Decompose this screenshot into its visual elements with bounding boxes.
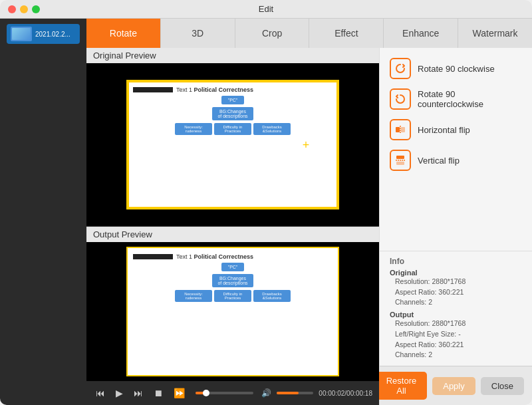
output-slide-box-necessity: Necessity: rudeness	[175, 290, 212, 302]
rotate-cw-label: Rotate 90 clockwise	[418, 64, 495, 74]
restore-all-button[interactable]: Restore All	[376, 372, 428, 400]
flip-v-label: Vertical flip	[418, 156, 460, 166]
slide-black-bar	[133, 87, 173, 92]
tab-rotate[interactable]: Rotate	[86, 19, 161, 48]
info-title: Info	[390, 257, 522, 266]
slide-box-bg: BG:Changes of descriptions	[212, 107, 253, 120]
svg-rect-0	[396, 127, 400, 132]
apply-button[interactable]: Apply	[432, 377, 475, 395]
slide-box-necessity: Necessity: rudeness	[175, 123, 212, 135]
output-slide-title-text: Text 1 Political Correctness	[176, 253, 253, 260]
original-channels: Channels: 2	[390, 297, 522, 308]
output-preview-section: Output Preview Text 1 Political Correctn…	[86, 227, 379, 405]
output-info-label: Output	[390, 311, 522, 319]
progress-thumb	[203, 390, 209, 396]
volume-icon: 🔊	[261, 388, 271, 398]
window-title: Edit	[259, 4, 273, 14]
output-aspect: Aspect Ratio: 360:221	[390, 340, 522, 350]
flip-v-icon	[390, 150, 411, 171]
file-name-label: 2021.02.2...	[35, 31, 70, 38]
flip-h-label: Horizontal flip	[418, 125, 470, 135]
output-slide-boxes: "PC" BG:Changes of descriptions Necessit…	[133, 263, 332, 302]
original-aspect: Aspect Ratio: 360:221	[390, 287, 522, 298]
output-preview-label: Output Preview	[86, 227, 379, 242]
tab-effect[interactable]: Effect	[309, 19, 384, 48]
close-button[interactable]	[8, 5, 16, 13]
tab-watermark[interactable]: Watermark	[458, 19, 532, 48]
slide-boxes: "PC" BG:Changes of descriptions Necessit…	[133, 96, 332, 135]
progress-bar[interactable]	[196, 392, 253, 394]
output-eye-size: Left/Right Eye Size: -	[390, 329, 522, 340]
original-resolution: Resolution: 2880*1768	[390, 277, 522, 287]
output-slide-frame: Text 1 Political Correctness "PC" BG:Cha…	[126, 247, 339, 376]
slide-box-drawbacks: Drawbacks &Solutions	[253, 123, 291, 135]
tab-bar: Rotate 3D Crop Effect Enhance Watermark	[86, 19, 532, 48]
output-slide-box-difficulty: Difficulty in Practices	[214, 290, 251, 302]
slide-title-text: Text 1 Political Correctness	[176, 86, 253, 93]
original-preview-label: Original Preview	[86, 48, 379, 63]
crosshair-icon: +	[303, 138, 310, 152]
sidebar-file-item[interactable]: 2021.02.2...	[7, 24, 80, 44]
svg-rect-4	[396, 162, 404, 165]
info-section: Info Original Resolution: 2880*1768 Aspe…	[380, 251, 532, 366]
output-slide-box-drawbacks: Drawbacks &Solutions	[253, 290, 291, 302]
output-slide-title-bar: Text 1 Political Correctness	[133, 253, 332, 260]
skip-back-button[interactable]: ⏮	[93, 386, 108, 400]
content-area: Rotate 3D Crop Effect Enhance Watermark …	[86, 19, 532, 405]
slide-boxes-row: Necessity: rudeness Difficulty in Practi…	[175, 123, 291, 135]
tab-crop[interactable]: Crop	[235, 19, 310, 48]
title-bar: Edit	[0, 0, 532, 19]
workspace: Original Preview Text 1 Political Correc…	[86, 48, 532, 405]
traffic-lights	[8, 5, 40, 13]
rotate-cw-item[interactable]: Rotate 90 clockwise	[390, 58, 522, 79]
rotate-cw-icon	[390, 58, 411, 79]
minimize-button[interactable]	[20, 5, 28, 13]
volume-bar[interactable]	[277, 392, 313, 394]
control-bar: ⏮ ▶ ⏭ ⏹ ⏩ 🔊 00:00:02/00:00:18	[86, 381, 379, 405]
main-container: 2021.02.2... Rotate 3D Crop Effect Enhan…	[0, 19, 532, 405]
rotate-ccw-icon	[390, 88, 411, 110]
preview-area: Original Preview Text 1 Political Correc…	[86, 48, 379, 405]
original-info-label: Original	[390, 269, 522, 277]
slide-box-difficulty: Difficulty in Practices	[214, 123, 251, 135]
sidebar: 2021.02.2...	[0, 19, 86, 405]
original-preview-viewport: Text 1 Political Correctness "PC" BG:Cha…	[86, 63, 379, 226]
play-button[interactable]: ▶	[113, 386, 126, 400]
output-slide-black-bar	[133, 254, 173, 259]
flip-v-item[interactable]: Vertical flip	[390, 150, 522, 171]
output-slide-box-pc: "PC"	[221, 263, 245, 271]
output-preview-viewport: Text 1 Political Correctness "PC" BG:Cha…	[86, 242, 379, 381]
stop-button[interactable]: ⏹	[151, 386, 166, 400]
rotate-controls: Rotate 90 clockwise Rotate 90 counterclo…	[380, 48, 532, 251]
next-frame-button[interactable]: ⏩	[171, 386, 188, 400]
tab-3d[interactable]: 3D	[161, 19, 235, 48]
flip-h-item[interactable]: Horizontal flip	[390, 119, 522, 140]
output-resolution: Resolution: 2880*1768	[390, 319, 522, 329]
slide-box-pc: "PC"	[221, 96, 245, 104]
rotate-ccw-item[interactable]: Rotate 90 counterclockwise	[390, 88, 522, 110]
output-slide-boxes-row: Necessity: rudeness Difficulty in Practi…	[175, 290, 291, 302]
skip-forward-button[interactable]: ⏭	[131, 386, 146, 400]
svg-rect-1	[401, 127, 405, 132]
tab-enhance[interactable]: Enhance	[384, 19, 458, 48]
fullscreen-button[interactable]	[32, 5, 40, 13]
close-button-main[interactable]: Close	[481, 377, 524, 395]
slide-title-bar: Text 1 Political Correctness	[133, 86, 332, 93]
svg-rect-3	[396, 156, 404, 159]
output-slide-box-bg: BG:Changes of descriptions	[212, 274, 253, 287]
bottom-bar: Restore Defaults Restore All Apply Close	[380, 366, 532, 405]
time-display: 00:00:02/00:00:18	[319, 390, 372, 397]
file-thumbnail	[11, 27, 32, 41]
rotate-ccw-label: Rotate 90 counterclockwise	[418, 89, 522, 109]
right-panel: Rotate 90 clockwise Rotate 90 counterclo…	[379, 48, 532, 405]
output-channels: Channels: 2	[390, 350, 522, 360]
original-preview-section: Original Preview Text 1 Political Correc…	[86, 48, 379, 226]
flip-h-icon	[390, 119, 411, 140]
volume-fill	[277, 392, 299, 394]
